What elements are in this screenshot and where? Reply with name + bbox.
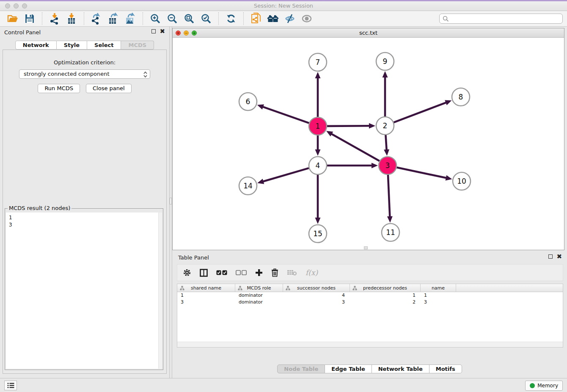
node-8[interactable]: 8 bbox=[452, 88, 470, 106]
tab-network-table[interactable]: Network Table bbox=[372, 364, 429, 373]
edge-1-4[interactable] bbox=[315, 135, 321, 156]
tab-mcds[interactable]: MCDS bbox=[121, 41, 154, 50]
zoom-selected-icon[interactable] bbox=[198, 12, 215, 25]
save-icon[interactable] bbox=[21, 12, 38, 25]
column-header-shared-name[interactable]: shared name bbox=[177, 284, 235, 292]
table-row[interactable]: 1 dominator 4 1 1 bbox=[177, 292, 563, 299]
export-table-icon[interactable] bbox=[105, 12, 122, 25]
toolbar-separator bbox=[243, 12, 244, 25]
open-folder-icon[interactable] bbox=[4, 12, 21, 25]
node-10[interactable]: 10 bbox=[453, 172, 471, 190]
table-horizontal-scrollbar[interactable] bbox=[177, 342, 563, 347]
node-label: 8 bbox=[459, 93, 463, 101]
refresh-icon[interactable] bbox=[223, 12, 239, 25]
table-toolbar: f(x) bbox=[177, 264, 563, 281]
optimization-criterion-select[interactable]: strongly connected component bbox=[19, 69, 150, 79]
tab-network[interactable]: Network bbox=[15, 41, 57, 50]
zoom-in-icon[interactable] bbox=[147, 12, 164, 25]
table-settings-gear-icon[interactable] bbox=[183, 268, 191, 277]
node-2[interactable]: 2 bbox=[376, 117, 394, 135]
toolbar-separator bbox=[42, 12, 42, 25]
cell-mcds-role: dominator bbox=[235, 299, 283, 306]
node-3[interactable]: 3 bbox=[379, 157, 396, 174]
home-icon[interactable] bbox=[264, 12, 281, 25]
edge-2-3[interactable] bbox=[384, 135, 389, 156]
edge-1-2[interactable] bbox=[327, 123, 375, 129]
main-titlebar[interactable]: Session: New Session bbox=[0, 1, 567, 11]
edge-3-1[interactable] bbox=[326, 131, 380, 161]
edge-3-10[interactable] bbox=[397, 168, 452, 181]
float-panel-icon[interactable] bbox=[151, 29, 156, 33]
edge-4-14[interactable] bbox=[257, 168, 309, 184]
node-6[interactable]: 6 bbox=[239, 93, 257, 110]
edge-2-9[interactable] bbox=[383, 71, 388, 116]
column-header-predecessor-nodes[interactable]: predecessor nodes bbox=[350, 284, 421, 292]
deselect-all-icon[interactable] bbox=[236, 270, 247, 275]
tab-edge-table[interactable]: Edge Table bbox=[325, 364, 372, 373]
task-history-button[interactable] bbox=[4, 381, 17, 390]
delete-trash-icon[interactable] bbox=[271, 268, 278, 277]
run-mcds-button[interactable]: Run MCDS bbox=[38, 84, 80, 93]
hide-eye-icon[interactable] bbox=[281, 12, 298, 25]
column-panel-icon[interactable] bbox=[200, 269, 208, 277]
edge-1-6[interactable] bbox=[257, 104, 309, 123]
network-from-file-icon[interactable] bbox=[248, 12, 264, 25]
cell-predecessor-nodes: 2 bbox=[350, 299, 421, 306]
close-panel-button[interactable]: Close panel bbox=[86, 84, 132, 93]
show-eye-icon[interactable] bbox=[298, 12, 315, 25]
edge-4-3[interactable] bbox=[327, 163, 378, 168]
edge-1-7[interactable] bbox=[315, 72, 321, 117]
column-header-successor-nodes[interactable]: successor nodes bbox=[283, 284, 350, 292]
column-header-mcds-role[interactable]: MCDS role bbox=[235, 284, 283, 292]
status-bar: Memory bbox=[0, 378, 567, 392]
result-scrollbar[interactable] bbox=[158, 213, 162, 369]
node-11[interactable]: 11 bbox=[382, 224, 399, 241]
import-table-icon[interactable] bbox=[63, 12, 80, 25]
minimize-network-button[interactable]: − bbox=[184, 30, 189, 36]
export-image-icon[interactable] bbox=[122, 12, 139, 25]
node-label: 6 bbox=[246, 97, 250, 106]
node-14[interactable]: 14 bbox=[239, 177, 257, 195]
panel-splitter[interactable] bbox=[169, 27, 172, 378]
node-7[interactable]: 7 bbox=[309, 53, 327, 71]
node-9[interactable]: 9 bbox=[376, 52, 394, 70]
edge-2-8[interactable] bbox=[394, 100, 452, 122]
search-input[interactable] bbox=[439, 14, 563, 24]
delete-table-icon-disabled bbox=[287, 269, 297, 276]
network-window-titlebar[interactable]: × − + scc.txt bbox=[173, 28, 564, 38]
tab-style[interactable]: Style bbox=[57, 41, 87, 50]
table-row[interactable]: 3 dominator 3 2 3 bbox=[177, 299, 563, 306]
close-table-panel-icon[interactable]: ✖ bbox=[556, 254, 562, 259]
node-1[interactable]: 1 bbox=[309, 117, 327, 135]
maximize-window-button[interactable] bbox=[22, 3, 27, 8]
mcds-result-textarea[interactable]: 1 3 bbox=[6, 213, 162, 369]
select-all-icon[interactable] bbox=[216, 270, 227, 275]
edge-3-11[interactable] bbox=[387, 175, 393, 223]
add-column-plus-icon[interactable] bbox=[255, 269, 263, 276]
memory-button[interactable]: Memory bbox=[525, 381, 563, 391]
network-canvas[interactable]: 7968124314101511 bbox=[173, 38, 564, 250]
import-network-icon[interactable] bbox=[46, 12, 63, 25]
close-network-button[interactable]: × bbox=[176, 30, 181, 36]
node-label: 2 bbox=[383, 121, 388, 130]
export-network-icon[interactable] bbox=[88, 12, 105, 25]
zoom-fit-icon[interactable] bbox=[181, 12, 198, 25]
mcds-result-line: 1 bbox=[6, 213, 162, 221]
close-panel-icon[interactable]: ✖ bbox=[160, 29, 165, 33]
node-15[interactable]: 15 bbox=[309, 225, 327, 243]
tab-select[interactable]: Select bbox=[87, 41, 121, 50]
edge-4-15[interactable] bbox=[315, 175, 321, 224]
tab-motifs[interactable]: Motifs bbox=[429, 364, 462, 373]
window-controls bbox=[5, 3, 27, 8]
node-table[interactable]: shared name MCDS role successor nodes pr… bbox=[177, 284, 563, 348]
column-header-name[interactable]: name bbox=[421, 284, 456, 292]
tab-node-table[interactable]: Node Table bbox=[277, 364, 325, 373]
maximize-network-button[interactable]: + bbox=[192, 30, 197, 36]
splitter-grip[interactable] bbox=[170, 198, 172, 204]
canvas-resize-grip[interactable] bbox=[364, 246, 368, 249]
close-window-button[interactable] bbox=[5, 3, 10, 8]
float-table-panel-icon[interactable] bbox=[548, 254, 553, 259]
minimize-window-button[interactable] bbox=[14, 3, 19, 8]
node-4[interactable]: 4 bbox=[309, 157, 327, 174]
zoom-out-icon[interactable] bbox=[164, 12, 181, 25]
